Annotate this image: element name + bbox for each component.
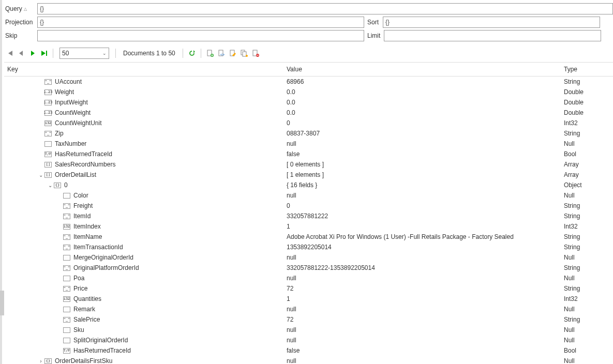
type-icon: 1.23 xyxy=(44,100,52,105)
key-text: CountWeightUnit xyxy=(55,119,102,127)
app-container: Query △ Projection Sort Skip Limit xyxy=(0,0,613,364)
prev-page-button[interactable] xyxy=(17,49,26,58)
expander-spacer xyxy=(56,295,63,302)
tree-row[interactable]: []SalesRecordNumbers[ 0 elements ]Array xyxy=(4,159,613,170)
expander-spacer xyxy=(56,254,63,261)
tree-row[interactable]: SkunullNull xyxy=(4,325,613,335)
tree-row[interactable]: "_"SalePrice72String xyxy=(4,314,613,325)
sort-input[interactable] xyxy=(383,17,600,28)
first-page-button[interactable] xyxy=(5,49,14,58)
type-icon: i32 xyxy=(63,224,70,230)
expander-spacer xyxy=(56,285,63,292)
tree-row[interactable]: "_"UAccount68966String xyxy=(4,77,613,87)
delete-document-button[interactable] xyxy=(251,49,260,58)
document-count: Documents 1 to 50 xyxy=(120,50,178,57)
type-text: Array xyxy=(562,161,613,168)
skip-input[interactable] xyxy=(37,30,364,41)
value-text: 1353892205014 xyxy=(285,244,562,251)
page-size-select[interactable]: 50 ⌄ xyxy=(59,48,109,59)
key-text: SalePrice xyxy=(73,316,100,323)
type-text: String xyxy=(562,285,613,292)
key-text: HasReturnedTraceId xyxy=(55,150,112,158)
type-icon: "_" xyxy=(63,245,70,250)
add-document-button[interactable] xyxy=(205,49,215,58)
svg-rect-6 xyxy=(243,52,246,56)
expander-spacer xyxy=(56,233,63,240)
header-value[interactable]: Value xyxy=(285,66,562,73)
expander-spacer xyxy=(56,244,63,251)
tree-row[interactable]: "_"ItemNameAdobe Acrobat Xi Pro for Wind… xyxy=(4,232,613,242)
limit-input[interactable] xyxy=(384,30,601,41)
view-document-button[interactable]: <> xyxy=(217,49,226,58)
key-text: MergeOriginalOrderId xyxy=(73,254,133,261)
expander-spacer xyxy=(37,119,44,127)
tree-row[interactable]: ⌄{}0{ 16 fields }Object xyxy=(4,180,613,190)
tree-row[interactable]: RemarknullNull xyxy=(4,304,613,314)
skip-label: Skip xyxy=(4,32,35,39)
value-text: null xyxy=(285,337,562,344)
svg-point-7 xyxy=(246,55,248,57)
tree-row[interactable]: ⌄[]OrderDetailList[ 1 elements ]Array xyxy=(4,170,613,180)
tree-row[interactable]: 1.23Weight0.0Double xyxy=(4,87,613,97)
header-key[interactable]: Key xyxy=(4,66,285,73)
tree-row[interactable]: PoanullNull xyxy=(4,273,613,283)
type-icon: i32 xyxy=(44,120,52,126)
type-text: Null xyxy=(562,326,613,333)
key-text: Remark xyxy=(73,306,95,313)
tree-row[interactable]: T/FHasReturnedTraceIdfalseBool xyxy=(4,149,613,159)
value-text: 68966 xyxy=(285,78,562,85)
projection-input[interactable] xyxy=(37,17,364,28)
type-icon: "_" xyxy=(63,203,70,209)
type-icon: T/F xyxy=(44,151,52,157)
tree-row[interactable]: "_"Price72String xyxy=(4,283,613,294)
tree-row[interactable]: T/FHasReturnedTraceIdfalseBool xyxy=(4,345,613,356)
key-text: OrderDetailList xyxy=(55,171,96,178)
value-text: { 16 fields } xyxy=(285,181,562,189)
document-tree[interactable]: "_"UAccount68966String1.23Weight0.0Doubl… xyxy=(4,77,613,364)
copy-document-button[interactable] xyxy=(240,49,249,58)
expander-spacer xyxy=(56,326,63,333)
tree-row[interactable]: i32ItemIndex1Int32 xyxy=(4,221,613,232)
edit-document-button[interactable] xyxy=(228,49,237,58)
expander-spacer xyxy=(56,306,63,313)
tree-row[interactable]: MergeOriginalOrderIdnullNull xyxy=(4,252,613,263)
tree-row[interactable]: ›{}OrderDetailsFirstSkunullNull xyxy=(4,356,613,364)
last-page-button[interactable] xyxy=(39,49,49,58)
tree-row[interactable]: SplitOriginalOrderIdnullNull xyxy=(4,335,613,345)
type-icon: [] xyxy=(44,162,52,168)
key-text: 0 xyxy=(64,181,68,189)
tree-row[interactable]: ColornullNull xyxy=(4,190,613,201)
expander-open-icon[interactable]: ⌄ xyxy=(37,171,44,178)
tree-row[interactable]: i32CountWeightUnit0Int32 xyxy=(4,118,613,128)
value-text: 72 xyxy=(285,285,562,292)
value-text: [ 1 elements ] xyxy=(285,171,562,178)
key-text: Poa xyxy=(73,275,84,282)
tree-row[interactable]: "_"OriginalPlatformOrderId332057881222-1… xyxy=(4,263,613,273)
tree-row[interactable]: TaxNumbernullNull xyxy=(4,139,613,149)
next-page-button[interactable] xyxy=(28,49,37,58)
tree-row[interactable]: i32Quantities1Int32 xyxy=(4,294,613,304)
key-text: ItemName xyxy=(73,233,102,240)
expander-spacer xyxy=(56,223,63,230)
tree-row[interactable]: "_"ItemId332057881222String xyxy=(4,211,613,221)
tree-row[interactable]: 1.23InputWeight0.0Double xyxy=(4,97,613,108)
query-input[interactable] xyxy=(37,3,613,14)
tree-row[interactable]: "_"ItemTransactionId1353892205014String xyxy=(4,242,613,252)
vertical-scrollbar[interactable] xyxy=(0,291,4,315)
refresh-button[interactable] xyxy=(187,49,197,58)
type-icon xyxy=(63,255,70,261)
tree-row[interactable]: 1.23CountWeight0.0Double xyxy=(4,108,613,118)
type-icon: 1.23 xyxy=(44,89,52,95)
header-type[interactable]: Type xyxy=(562,66,613,73)
expander-spacer xyxy=(37,150,44,158)
tree-row[interactable]: "_"Freight0String xyxy=(4,201,613,211)
type-text: String xyxy=(562,202,613,209)
expander-open-icon[interactable]: ⌄ xyxy=(47,181,54,189)
separator xyxy=(201,49,201,58)
tree-row[interactable]: "_"Zip08837-3807String xyxy=(4,128,613,139)
type-text: Bool xyxy=(562,347,613,354)
skip-row: Skip Limit xyxy=(4,29,613,42)
value-text: [ 0 elements ] xyxy=(285,161,562,168)
expander-closed-icon[interactable]: › xyxy=(37,357,44,364)
key-text: HasReturnedTraceId xyxy=(73,347,131,354)
